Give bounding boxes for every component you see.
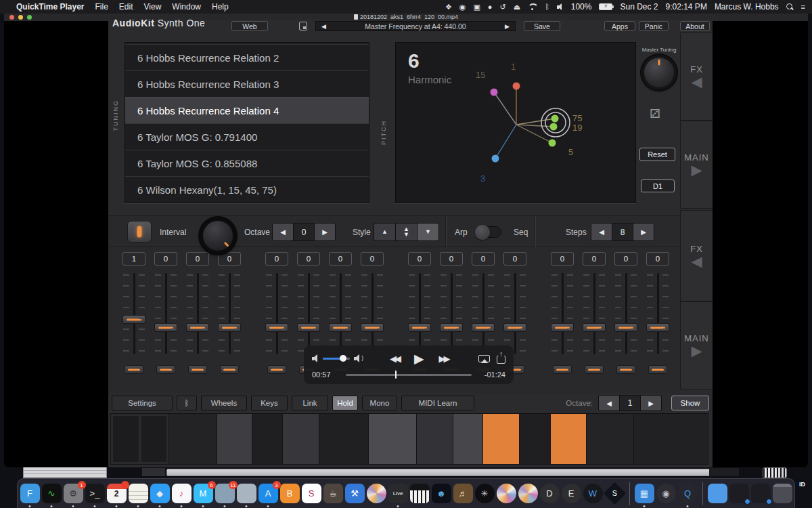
slider-value[interactable]: 0	[583, 252, 606, 266]
tuning-item[interactable]: 6 Taylor MOS G: 0.791400	[125, 124, 369, 150]
link-button[interactable]: Link	[292, 396, 328, 410]
slider-value[interactable]: 1	[122, 252, 145, 266]
share-icon[interactable]	[497, 356, 505, 364]
slider-track[interactable]	[551, 273, 574, 354]
slider-value[interactable]: 0	[440, 252, 463, 266]
nav-tab-fx-0[interactable]: FX◀	[680, 33, 713, 121]
dice-icon[interactable]: ⚂	[650, 106, 660, 121]
dock-ableton-live-icon[interactable]: Live	[388, 484, 408, 503]
dock-safari-icon[interactable]: ◆	[150, 484, 170, 503]
keyboard-key[interactable]	[369, 414, 416, 464]
dock-stack-2-icon[interactable]	[751, 484, 771, 503]
menu-file[interactable]: File	[95, 2, 108, 12]
kb-octave-decrement-button[interactable]: ◀	[599, 396, 619, 410]
volume-slider[interactable]	[323, 358, 350, 360]
slider-handle[interactable]	[218, 323, 241, 332]
dropbox-icon[interactable]: ❖	[445, 3, 452, 11]
dock-calendar-icon[interactable]: 2	[107, 484, 127, 503]
playhead[interactable]	[395, 371, 397, 379]
dock-stack-1-icon[interactable]	[729, 484, 749, 503]
slider-value[interactable]: 0	[265, 252, 288, 266]
keyboard-key[interactable]	[252, 414, 282, 464]
arp-enable-button[interactable]	[127, 221, 152, 242]
dock-radial-spinner-icon[interactable]: ✳	[475, 484, 495, 503]
dock-xcode-icon[interactable]: ⚒	[345, 484, 365, 503]
step-enable-button[interactable]	[616, 365, 635, 374]
menu-time[interactable]: 9:02:14 PM	[666, 2, 707, 12]
slider-value[interactable]: 0	[186, 252, 209, 266]
slider-track[interactable]	[503, 273, 526, 354]
keyboard-key[interactable]	[634, 414, 708, 464]
time-machine-icon[interactable]: ↺	[500, 3, 506, 11]
menu-user[interactable]: Marcus W. Hobbs	[715, 2, 779, 12]
slider-value[interactable]: 0	[361, 252, 384, 266]
slider-track[interactable]	[329, 273, 352, 354]
rewind-button[interactable]: ◀◀	[390, 354, 399, 364]
nav-tab-main-3[interactable]: MAIN▶	[680, 301, 713, 389]
dock-finder-icon[interactable]: F	[20, 484, 40, 503]
volume-min-icon[interactable]	[312, 355, 319, 362]
step-enable-button[interactable]	[188, 365, 207, 374]
slider-value[interactable]: 0	[646, 252, 669, 266]
slider-track[interactable]	[361, 273, 384, 354]
airplay-icon[interactable]: ⏏	[514, 3, 520, 11]
dock-preview-icon[interactable]	[237, 484, 256, 503]
dock-color-wheel-2-icon[interactable]	[497, 484, 516, 503]
dock-espresso-machine-icon[interactable]: ☕	[323, 484, 343, 503]
slider-track[interactable]	[614, 273, 637, 354]
dock-system-preferences-icon[interactable]: ⚙1	[64, 484, 83, 503]
dock-books-icon[interactable]: B	[280, 484, 300, 503]
slider-value[interactable]: 0	[472, 252, 495, 266]
slider-handle[interactable]	[472, 323, 495, 332]
slider-value[interactable]: 0	[408, 252, 431, 266]
menu-app-name[interactable]: QuickTime Player	[16, 2, 85, 12]
dock-downloads-folder-icon[interactable]	[708, 484, 727, 503]
keyboard-key-active[interactable]	[483, 414, 519, 464]
menu-date[interactable]: Sun Dec 2	[620, 2, 658, 12]
keyboard-key[interactable]	[453, 414, 482, 464]
airplay-display-icon[interactable]	[478, 355, 490, 362]
reset-button[interactable]: Reset	[639, 148, 675, 161]
bluetooth-button[interactable]: ᛒ	[177, 396, 197, 410]
freq-prev-button[interactable]: ◀	[316, 23, 332, 30]
slider-handle[interactable]	[154, 323, 177, 332]
dock-notes-icon[interactable]	[129, 484, 148, 503]
background-scrollbar[interactable]	[166, 469, 724, 476]
slider-handle[interactable]	[646, 323, 669, 332]
kb-octave-increment-button[interactable]: ▶	[641, 396, 661, 410]
dock-quicktime-icon[interactable]: Q	[678, 484, 698, 503]
menu-window[interactable]: Window	[172, 2, 201, 12]
keyboard-key[interactable]	[283, 414, 319, 464]
slider-track[interactable]	[265, 273, 288, 354]
about-button[interactable]: About	[680, 21, 710, 31]
slider-handle[interactable]	[186, 323, 209, 332]
freq-next-button[interactable]: ▶	[499, 23, 515, 30]
adobe-cc-icon[interactable]: ◉	[459, 3, 466, 11]
d1-button[interactable]: D1	[641, 179, 675, 192]
steps-decrement-button[interactable]: ◀	[591, 224, 612, 240]
master-tuning-knob[interactable]	[641, 55, 677, 90]
slider-handle[interactable]	[614, 323, 637, 332]
slider-track[interactable]	[583, 273, 606, 354]
step-enable-button[interactable]	[220, 365, 239, 374]
play-button[interactable]: ▶	[414, 351, 424, 366]
interval-knob[interactable]	[200, 218, 235, 253]
midi-learn-button[interactable]: MIDI Learn	[401, 396, 474, 410]
dock-film-reel-icon[interactable]: ◉	[656, 484, 676, 503]
slider-value[interactable]: 0	[154, 252, 177, 266]
tuning-item[interactable]: 6 Taylor MOS G: 0.855088	[125, 150, 369, 177]
wifi-icon[interactable]	[528, 3, 537, 10]
slider-value[interactable]: 0	[218, 252, 241, 266]
slider-track[interactable]	[472, 273, 495, 354]
menu-help[interactable]: Help	[212, 2, 229, 12]
slider-track[interactable]	[408, 273, 431, 354]
apps-button[interactable]: Apps	[604, 21, 635, 31]
slider-handle[interactable]	[361, 323, 384, 332]
dock-letter-d-app-icon[interactable]: D	[540, 484, 560, 503]
spotlight-icon[interactable]	[786, 3, 794, 11]
slider-track[interactable]	[646, 273, 669, 354]
slider-handle[interactable]	[408, 323, 431, 332]
dock-color-wheel-1-icon[interactable]	[367, 484, 386, 503]
dock-app-store-icon[interactable]: A3	[258, 484, 278, 503]
pitch-graph[interactable]: 115751953	[396, 43, 637, 204]
